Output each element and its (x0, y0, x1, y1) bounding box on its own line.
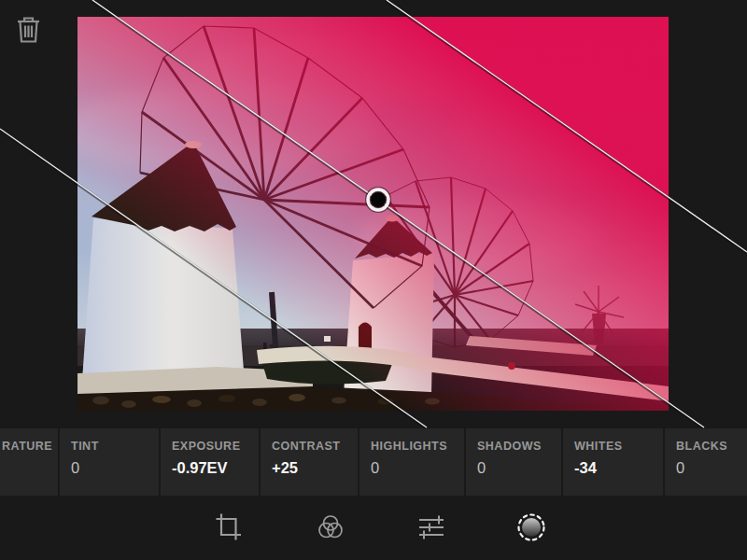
adjustment-cell-highlights[interactable]: HIGHLIGHTS0 (359, 428, 464, 496)
adjustment-value: +25 (272, 459, 358, 477)
adjustment-label: HIGHLIGHTS (371, 440, 464, 453)
gradient-center-handle[interactable] (366, 188, 390, 212)
adjustments-bar: RATURETINT0EXPOSURE-0.97EVCONTRAST+25HIG… (0, 428, 747, 496)
bottom-toolbar (0, 497, 747, 560)
sliders-icon (416, 511, 447, 546)
adjust-tool-button[interactable] (411, 508, 452, 549)
presets-circles-icon (315, 511, 346, 546)
adjustment-label: WHITES (574, 440, 663, 453)
adjustment-label: BLACKS (676, 440, 747, 453)
gradient-line-top[interactable] (387, 0, 747, 252)
adjustment-cell-whites[interactable]: WHITES-34 (563, 428, 663, 496)
gradient-line-bottom[interactable] (0, 129, 427, 427)
adjustment-cell-contrast[interactable]: CONTRAST+25 (261, 428, 358, 496)
adjustment-cell-rature[interactable]: RATURE (0, 428, 58, 496)
adjustment-label: CONTRAST (272, 440, 358, 453)
adjustment-value: 0 (477, 459, 561, 477)
crop-icon (213, 511, 245, 546)
adjustment-label: EXPOSURE (172, 440, 259, 453)
selective-tool-button[interactable] (511, 508, 552, 549)
adjustment-label: RATURE (2, 440, 58, 453)
crop-tool-button[interactable] (208, 508, 249, 549)
adjustment-label: TINT (71, 440, 159, 453)
gradient-line-middle[interactable] (92, 0, 704, 427)
selective-edit-icon (514, 511, 548, 547)
adjustment-value: 0 (676, 459, 747, 477)
adjustment-cell-shadows[interactable]: SHADOWS0 (466, 428, 561, 496)
adjustment-value: -0.97EV (172, 459, 259, 477)
adjustment-cell-blacks[interactable]: BLACKS0 (665, 428, 747, 496)
adjustment-label: SHADOWS (477, 440, 561, 453)
adjustment-value: -34 (574, 459, 663, 477)
adjustment-value: 0 (71, 459, 159, 477)
adjustment-cell-exposure[interactable]: EXPOSURE-0.97EV (161, 428, 259, 496)
adjustment-value: 0 (371, 459, 464, 477)
adjustment-cell-tint[interactable]: TINT0 (60, 428, 159, 496)
presets-tool-button[interactable] (310, 508, 351, 549)
